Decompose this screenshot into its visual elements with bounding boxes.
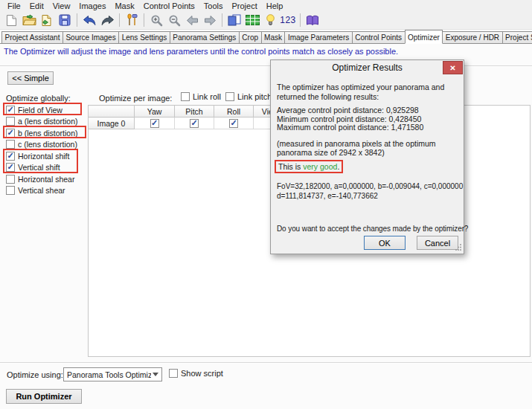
show-script-checkbox-icon[interactable] xyxy=(169,369,178,378)
tab-mask[interactable]: Mask xyxy=(261,31,286,43)
checkbox-label: Field of View xyxy=(18,106,63,115)
checkbox-horizontal-shift[interactable]: Horizontal shift xyxy=(6,150,91,162)
link-roll-checkbox[interactable]: Link roll xyxy=(181,92,221,101)
prev-image-icon[interactable] xyxy=(183,12,201,28)
menu-help[interactable]: Help xyxy=(262,1,288,10)
tab-control-points[interactable]: Control Points xyxy=(352,31,406,43)
simple-button[interactable]: << Simple xyxy=(7,71,54,85)
checkbox-label: Vertical shift xyxy=(18,163,60,172)
checkbox-field-of-view[interactable]: Field of View xyxy=(6,104,91,116)
verdict-annotation-box: This is very good. xyxy=(275,160,343,173)
redo-icon[interactable] xyxy=(98,12,116,28)
cancel-button[interactable]: Cancel xyxy=(417,236,458,250)
vertical-shift-checkbox-icon[interactable] xyxy=(6,163,15,172)
chevron-down-icon xyxy=(153,373,158,376)
column-header-blank xyxy=(89,106,135,117)
pitch-checkbox-icon[interactable] xyxy=(190,119,199,128)
tab-project-settings[interactable]: Project Settings xyxy=(502,31,532,43)
link-pitch-checkbox-icon[interactable] xyxy=(225,92,234,101)
a-lens-checkbox-icon[interactable] xyxy=(6,117,15,126)
grid-preview-icon[interactable] xyxy=(243,12,261,28)
link-roll-checkbox-icon[interactable] xyxy=(181,92,190,101)
optimizer-parameters-text: FoV=32,182000, a=0,000000, b=-0,009044, … xyxy=(277,182,463,201)
optimize-globally-label: Optimize globally: xyxy=(6,94,91,104)
checkbox-a-lens-distortion[interactable]: a (lens distortion) xyxy=(6,116,91,128)
menu-file[interactable]: File xyxy=(3,1,25,10)
show-numbers-icon[interactable]: 123 xyxy=(279,12,297,28)
checkbox-label: Horizontal shear xyxy=(18,175,74,184)
separator-line xyxy=(0,362,532,364)
params-line-2: d=111,814737, e=-140,773662 xyxy=(277,192,463,202)
verdict-suffix: . xyxy=(337,162,339,171)
b-lens-checkbox-icon[interactable] xyxy=(6,129,15,138)
resize-grip[interactable] xyxy=(455,243,462,252)
row-header-image-0[interactable]: Image 0 xyxy=(89,117,135,129)
cell-yaw xyxy=(135,117,175,129)
open-project-icon[interactable] xyxy=(20,12,38,28)
link-pitch-checkbox[interactable]: Link pitch xyxy=(225,92,272,101)
yaw-checkbox-icon[interactable] xyxy=(150,119,159,128)
checkbox-vertical-shear[interactable]: Vertical shear xyxy=(6,185,91,197)
toolbar-separator xyxy=(222,13,222,27)
roll-checkbox-icon[interactable] xyxy=(229,119,238,128)
show-control-points-icon[interactable] xyxy=(261,12,279,28)
tab-image-parameters[interactable]: Image Parameters xyxy=(284,31,352,43)
help-icon[interactable] xyxy=(304,12,321,28)
undo-icon[interactable] xyxy=(80,12,98,28)
ok-button[interactable]: OK xyxy=(364,236,406,250)
column-header-pitch[interactable]: Pitch xyxy=(175,106,214,117)
tab-source-images[interactable]: Source Images xyxy=(63,31,119,43)
preview-panorama-icon[interactable] xyxy=(225,12,243,28)
checkbox-vertical-shift[interactable]: Vertical shift xyxy=(6,162,91,174)
menu-control-points[interactable]: Control Points xyxy=(139,1,199,10)
horizontal-shear-checkbox-icon[interactable] xyxy=(6,175,15,184)
avg-distance-text: Average control point distance: 0,925298 xyxy=(277,106,423,115)
column-header-roll[interactable]: Roll xyxy=(214,106,254,117)
show-script-checkbox[interactable]: Show script xyxy=(169,369,223,378)
tab-lens-settings[interactable]: Lens Settings xyxy=(118,31,170,43)
checkbox-c-lens-distortion[interactable]: c (lens distortion) xyxy=(6,139,91,151)
tab-panorama-settings[interactable]: Panorama Settings xyxy=(170,31,240,43)
cell-pitch xyxy=(175,117,214,129)
add-images-icon[interactable] xyxy=(38,12,56,28)
menu-project[interactable]: Project xyxy=(228,1,262,10)
menu-tools[interactable]: Tools xyxy=(199,1,228,10)
menu-images[interactable]: Images xyxy=(74,1,110,10)
checkbox-horizontal-shear[interactable]: Horizontal shear xyxy=(6,173,91,185)
new-project-icon[interactable] xyxy=(2,12,20,28)
horizontal-shift-checkbox-icon[interactable] xyxy=(6,152,15,161)
tab-optimizer[interactable]: Optimizer xyxy=(405,30,443,44)
verdict-highlight: very good xyxy=(303,162,337,171)
verdict-prefix: This is xyxy=(278,162,303,171)
checkbox-label: Vertical shear xyxy=(18,186,65,195)
link-pitch-label: Link pitch xyxy=(237,92,272,101)
c-lens-checkbox-icon[interactable] xyxy=(6,140,15,149)
max-distance-text: Maximum control point distance: 1,471580 xyxy=(277,123,423,132)
toolbar-separator xyxy=(77,13,77,27)
column-header-yaw[interactable]: Yaw xyxy=(135,106,175,117)
tab-project-assistant[interactable]: Project Assistant xyxy=(1,31,63,43)
optimizer-description: The Optimizer will adjust the image and … xyxy=(4,47,528,56)
checkbox-label: Horizontal shift xyxy=(18,152,69,161)
preferences-tools-icon[interactable] xyxy=(123,12,141,28)
zoom-out-icon[interactable] xyxy=(165,12,183,28)
dialog-statistics: Average control point distance: 0,925298… xyxy=(277,106,423,132)
vertical-shear-checkbox-icon[interactable] xyxy=(6,186,15,195)
optimizer-results-dialog: Optimizer Results ✕ The optimizer has op… xyxy=(270,59,464,254)
menu-mask[interactable]: Mask xyxy=(110,1,138,10)
save-project-icon[interactable] xyxy=(56,12,74,28)
tab-exposure-hdr[interactable]: Exposure / HDR xyxy=(442,31,502,43)
menu-view[interactable]: View xyxy=(48,1,75,10)
checkbox-b-lens-distortion[interactable]: b (lens distortion) xyxy=(6,127,91,139)
toolbar: 123 xyxy=(0,11,532,30)
dialog-intro-text: The optimizer has optimized your panoram… xyxy=(277,83,461,101)
menu-edit[interactable]: Edit xyxy=(25,1,48,10)
close-icon[interactable]: ✕ xyxy=(443,61,463,74)
next-image-icon[interactable] xyxy=(201,12,219,28)
params-line-1: FoV=32,182000, a=0,000000, b=-0,009044, … xyxy=(277,182,463,192)
run-optimizer-button[interactable]: Run Optimizer xyxy=(6,389,82,404)
tab-crop[interactable]: Crop xyxy=(239,31,262,43)
zoom-in-icon[interactable] xyxy=(147,12,165,28)
optimizer-engine-select[interactable]: Panorama Tools Optimizer xyxy=(63,367,162,381)
field-of-view-checkbox-icon[interactable] xyxy=(6,106,15,115)
